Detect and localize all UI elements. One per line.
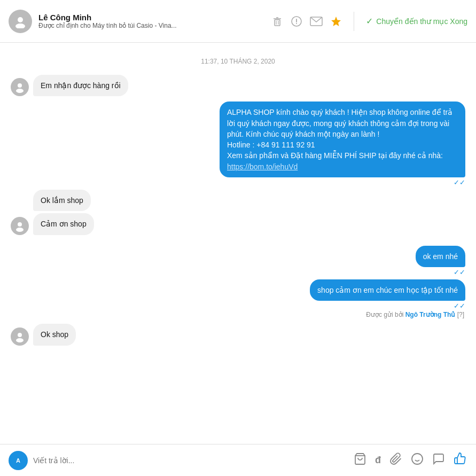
move-label: Chuyển đến thư mục Xong <box>376 17 467 26</box>
delete-button[interactable] <box>271 15 283 27</box>
timestamp: 11:37, 10 THÁNG 2, 2020 <box>11 58 465 65</box>
checkmark-icon: ✓ <box>366 16 373 26</box>
footer-action-icons: đ <box>354 452 467 469</box>
link[interactable]: https://bom.to/iehuVd <box>227 162 298 171</box>
reply-input[interactable] <box>33 456 354 465</box>
messages-area: 11:37, 10 THÁNG 2, 2020 Em nhận được hàn… <box>0 43 476 444</box>
dong-icon[interactable]: đ <box>375 455 381 466</box>
double-check-icon: ✓✓ <box>454 302 465 310</box>
svg-point-15 <box>16 228 24 232</box>
emoji-icon[interactable] <box>411 452 424 469</box>
sender-avatar: A <box>9 451 28 470</box>
message-right-row: ALPHA SHOP kính chào quý khách ! Hiện sh… <box>220 102 465 177</box>
message-row-right: ok em nhé ✓✓ <box>11 246 465 276</box>
header-divider <box>354 12 354 31</box>
contact-info: Lê Công Minh Được chỉ định cho Máy tính … <box>38 13 271 29</box>
svg-point-16 <box>18 333 22 337</box>
warning-button[interactable] <box>291 15 302 27</box>
message-row: Ok shop <box>11 324 465 345</box>
sent-by-label: Được gửi bởi Ngô Trường Thủ [?] <box>366 311 464 318</box>
svg-rect-2 <box>275 20 280 26</box>
shop-bag-icon[interactable] <box>354 452 366 469</box>
svg-point-1 <box>15 24 25 28</box>
svg-point-19 <box>412 454 423 464</box>
contact-avatar <box>9 10 32 33</box>
email-button[interactable] <box>310 17 323 26</box>
svg-point-9 <box>296 23 297 24</box>
message-bubble: Cảm ơn shop <box>33 213 94 235</box>
avatar <box>11 78 29 96</box>
message-bubble: Ok shop <box>33 324 76 345</box>
sender-link[interactable]: Ngô Trường Thủ <box>405 311 456 318</box>
message-text: ALPHA SHOP kính chào quý khách ! Hiện sh… <box>227 108 452 170</box>
svg-marker-11 <box>331 17 341 26</box>
avatar <box>11 217 29 235</box>
chat-icon[interactable] <box>432 452 445 469</box>
svg-point-14 <box>18 222 22 227</box>
message-row-right: ALPHA SHOP kính chào quý khách ! Hiện sh… <box>11 102 465 186</box>
message-group: Ok lắm shop Cảm ơn shop <box>11 190 465 240</box>
message-row: Em nhận được hàng rồi <box>11 75 465 96</box>
svg-point-0 <box>18 17 23 22</box>
message-bubble: Ok lắm shop <box>33 190 91 211</box>
message-bubble: ok em nhé <box>416 246 465 267</box>
svg-point-12 <box>18 83 22 88</box>
svg-point-17 <box>16 338 24 342</box>
header-action-buttons: ✓ Chuyển đến thư mục Xong <box>271 12 467 31</box>
message-right-row: ok em nhé <box>416 246 465 267</box>
reply-footer: A đ <box>0 444 476 476</box>
attach-icon[interactable] <box>389 452 402 469</box>
contact-subtitle: Được chỉ định cho Máy tính bỏ túi Casio … <box>38 22 188 29</box>
svg-point-13 <box>16 89 24 93</box>
message-row-right: shop cảm ơn em chúc em học tập tốt nhé ✓… <box>11 279 465 318</box>
move-to-done-button[interactable]: ✓ Chuyển đến thư mục Xong <box>366 16 467 26</box>
message-bubble: shop cảm ơn em chúc em học tập tốt nhé <box>310 279 465 301</box>
like-icon[interactable] <box>454 452 467 469</box>
avatar <box>11 327 29 346</box>
contact-name: Lê Công Minh <box>38 13 271 22</box>
message-row: Cảm ơn shop <box>11 213 465 235</box>
message-row: Ok lắm shop <box>11 190 465 211</box>
double-check-icon: ✓✓ <box>454 178 465 186</box>
double-check-icon: ✓✓ <box>454 268 465 276</box>
message-right-row: shop cảm ơn em chúc em học tập tốt nhé <box>310 279 465 301</box>
message-bubble: ALPHA SHOP kính chào quý khách ! Hiện sh… <box>220 102 465 177</box>
star-button[interactable] <box>330 15 342 27</box>
message-bubble: Em nhận được hàng rồi <box>33 75 128 96</box>
conversation-header: Lê Công Minh Được chỉ định cho Máy tính … <box>0 0 476 43</box>
